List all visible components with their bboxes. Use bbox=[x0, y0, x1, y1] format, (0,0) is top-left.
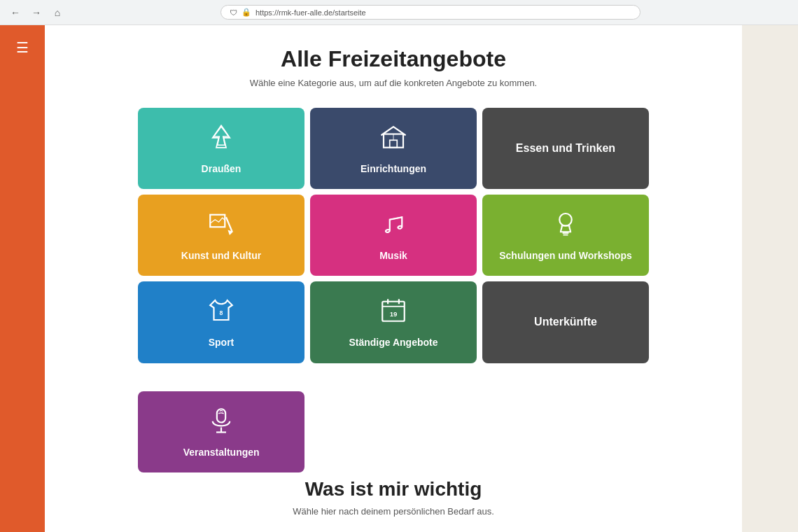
mic-icon bbox=[206, 405, 236, 439]
music-icon bbox=[379, 209, 408, 242]
svg-point-6 bbox=[559, 214, 572, 226]
unterkuenfte-label: Unterkünfte bbox=[534, 315, 597, 330]
veranstaltungen-label: Veranstaltungen bbox=[183, 446, 260, 458]
forward-button[interactable]: → bbox=[29, 6, 43, 20]
svg-text:19: 19 bbox=[390, 310, 398, 318]
calendar-icon: 19 bbox=[379, 295, 408, 329]
musik-label: Musik bbox=[379, 249, 407, 262]
url-text: https://rmk-fuer-alle.de/startseite bbox=[255, 8, 366, 17]
kunst-label: Kunst und Kultur bbox=[181, 249, 261, 262]
category-card-staendige[interactable]: 19 Ständige Angebote bbox=[310, 281, 477, 363]
svg-rect-15 bbox=[217, 409, 225, 422]
lock-icon: 🔒 bbox=[241, 8, 251, 17]
category-card-musik[interactable]: Musik bbox=[310, 195, 477, 276]
home-button[interactable]: ⌂ bbox=[50, 6, 64, 20]
page-title: Alle Freizeitangebote bbox=[73, 46, 714, 72]
browser-chrome: ← → ⌂ 🛡 🔒 https://rmk-fuer-alle.de/start… bbox=[0, 0, 798, 25]
svg-text:8: 8 bbox=[220, 309, 223, 316]
category-card-essen[interactable]: Essen und Trinken bbox=[482, 108, 649, 189]
menu-icon[interactable]: ☰ bbox=[10, 34, 34, 62]
tree-icon bbox=[206, 122, 236, 155]
svg-rect-1 bbox=[390, 140, 398, 148]
category-card-kunst[interactable]: Kunst und Kultur bbox=[138, 195, 304, 276]
back-button[interactable]: ← bbox=[8, 6, 22, 20]
category-card-einrichtungen[interactable]: Einrichtungen bbox=[310, 108, 477, 189]
einrichtungen-label: Einrichtungen bbox=[360, 162, 426, 175]
main-content: Alle Freizeitangebote Wähle eine Kategor… bbox=[45, 25, 742, 532]
svg-line-4 bbox=[226, 217, 232, 232]
section2-title: Was ist mir wichtig bbox=[73, 478, 714, 500]
staendige-label: Ständige Angebote bbox=[349, 336, 438, 349]
schulungen-label: Schulungen und Workshops bbox=[499, 249, 632, 262]
lightbulb-icon bbox=[551, 209, 580, 242]
category-card-unterkuenfte[interactable]: Unterkünfte bbox=[482, 281, 649, 363]
sidebar: ☰ bbox=[0, 25, 45, 532]
shield-icon: 🛡 bbox=[230, 8, 237, 17]
category-card-veranstaltungen[interactable]: Veranstaltungen bbox=[138, 391, 304, 472]
draussen-label: Draußen bbox=[202, 162, 241, 175]
svg-line-5 bbox=[390, 217, 402, 220]
essen-label: Essen und Trinken bbox=[516, 141, 615, 156]
category-card-schulungen[interactable]: Schulungen und Workshops bbox=[482, 195, 649, 276]
jersey-icon: 8 bbox=[206, 295, 236, 329]
sport-label: Sport bbox=[209, 336, 234, 349]
section2-subtitle: Wähle hier nach deinem persönlichen Beda… bbox=[73, 506, 714, 517]
url-bar[interactable]: 🛡 🔒 https://rmk-fuer-alle.de/startseite bbox=[220, 5, 640, 20]
page-subtitle: Wähle eine Kategorie aus, um auf die kon… bbox=[73, 78, 714, 88]
right-panel bbox=[742, 25, 798, 532]
category-card-draussen[interactable]: Draußen bbox=[138, 108, 304, 189]
art-icon bbox=[206, 209, 236, 242]
building-icon bbox=[379, 122, 408, 155]
category-card-sport[interactable]: 8 Sport bbox=[138, 281, 304, 363]
category-grid: Draußen Einrichtungen Essen und Trinken bbox=[138, 108, 649, 363]
